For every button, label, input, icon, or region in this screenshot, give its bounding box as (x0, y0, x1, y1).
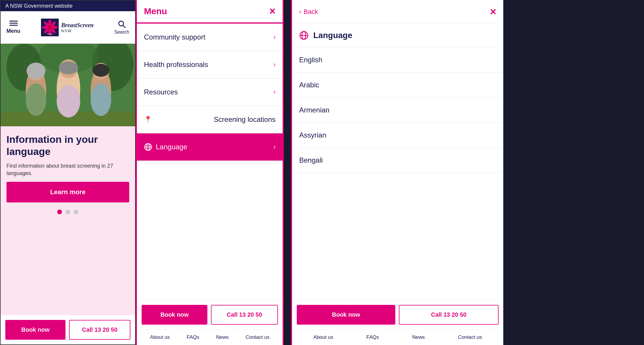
bottom-buttons-panel2: Book now Call 13 20 50 (137, 300, 283, 329)
call-button-panel3[interactable]: Call 13 20 50 (399, 305, 499, 325)
bottom-buttons-panel1: Book now Call 13 20 50 (1, 315, 135, 344)
faqs-link-p3[interactable]: FAQs (366, 334, 379, 340)
call-button-panel1[interactable]: Call 13 20 50 (69, 320, 130, 340)
search-icon (118, 20, 126, 28)
logo-area: NSW BreastScreen NSW (41, 19, 94, 36)
menu-close-button[interactable]: × (269, 6, 276, 17)
bottom-buttons-panel3: Book now Call 13 20 50 (292, 300, 503, 329)
svg-point-10 (47, 25, 52, 30)
about-us-link[interactable]: About us (150, 334, 170, 340)
back-header: ‹ Back × (292, 0, 503, 24)
news-link-p3[interactable]: News (412, 334, 425, 340)
gov-bar-text: A NSW Government website (5, 3, 73, 9)
english-label: English (299, 56, 322, 64)
hamburger-line-3 (9, 25, 18, 26)
menu-label: Menu (6, 28, 20, 34)
dark-background (503, 0, 644, 345)
hamburger-line-1 (9, 21, 18, 22)
menu-button[interactable]: Menu (4, 18, 23, 37)
language-item-assyrian[interactable]: Assyrian (292, 123, 503, 148)
menu-items-list: Community support › Health professionals… (137, 24, 283, 162)
community-support-label: Community support (144, 33, 205, 41)
hero-image (1, 44, 135, 126)
location-pin-icon: 📍 (144, 116, 152, 123)
search-button[interactable]: Search (111, 17, 132, 38)
hero-svg (1, 44, 135, 126)
svg-point-21 (27, 63, 45, 79)
call-button-panel2[interactable]: Call 13 20 50 (211, 305, 278, 325)
content-title: Information in your language (6, 133, 129, 158)
divider-2 (287, 0, 291, 345)
language-item-english[interactable]: English (292, 48, 503, 73)
app-header: Menu NSW (1, 11, 135, 44)
chevron-icon: › (273, 33, 276, 41)
menu-item-language[interactable]: Language › (137, 133, 283, 161)
carousel-dots (6, 210, 129, 214)
news-link[interactable]: News (216, 334, 229, 340)
language-item-bengali[interactable]: Bengali (292, 148, 503, 173)
hamburger-line-2 (9, 23, 18, 24)
language-panel-close-button[interactable]: × (490, 6, 496, 18)
language-panel: ‹ Back × Language English Arabic Armenia… (291, 0, 503, 345)
language-header: Language (292, 24, 503, 48)
language-label: Language (156, 143, 187, 151)
contact-us-link-p3[interactable]: Contact us (458, 334, 482, 340)
svg-point-24 (59, 61, 78, 74)
language-item-armenian[interactable]: Armenian (292, 98, 503, 123)
contact-us-link[interactable]: Contact us (245, 334, 269, 340)
language-list: English Arabic Armenian Assyrian Bengali (292, 48, 503, 174)
language-item-arabic[interactable]: Arabic (292, 73, 503, 98)
svg-point-29 (57, 85, 80, 117)
menu-item-community-support[interactable]: Community support › (137, 24, 283, 51)
chevron-icon: › (273, 61, 276, 68)
menu-title: Menu (144, 6, 167, 16)
nsw-logo: NSW (41, 19, 59, 36)
footer-links-panel2: About us FAQs News Contact us (137, 329, 283, 345)
search-label: Search (114, 30, 129, 35)
menu-panel: Menu × Community support › Health profes… (136, 0, 284, 345)
svg-point-28 (26, 84, 46, 116)
svg-point-27 (92, 64, 109, 77)
mobile-app-panel: A NSW Government website Menu (0, 0, 136, 345)
book-now-button-panel2[interactable]: Book now (142, 305, 207, 325)
bengali-label: Bengali (299, 156, 323, 164)
menu-header: Menu × (137, 0, 283, 24)
language-globe-icon (299, 31, 309, 40)
armenian-label: Armenian (299, 106, 330, 114)
assyrian-label: Assyrian (299, 131, 326, 139)
resources-label: Resources (144, 88, 178, 96)
content-subtitle: Find information about breast screening … (6, 162, 129, 177)
breastscreen-wordmark: BreastScreen NSW (61, 22, 94, 33)
globe-icon (144, 143, 152, 151)
chevron-icon: › (273, 143, 276, 151)
menu-item-screening-locations[interactable]: 📍 Screening locations (137, 106, 283, 133)
book-now-button-panel3[interactable]: Book now (297, 305, 395, 325)
back-button[interactable]: ‹ Back (299, 8, 318, 16)
dot-2[interactable] (65, 210, 70, 214)
dot-1[interactable] (57, 210, 62, 214)
faqs-link[interactable]: FAQs (187, 334, 199, 340)
content-area: Information in your language Find inform… (1, 126, 135, 315)
chevron-icon: › (273, 88, 276, 96)
svg-point-30 (91, 84, 111, 116)
back-chevron-icon: ‹ (299, 8, 301, 16)
svg-line-13 (123, 25, 125, 28)
back-label: Back (304, 8, 318, 16)
gov-bar: A NSW Government website (1, 1, 135, 11)
menu-item-health-professionals[interactable]: Health professionals › (137, 51, 283, 79)
learn-more-button[interactable]: Learn more (6, 182, 129, 202)
divider-1 (284, 0, 287, 345)
screening-locations-label: Screening locations (214, 115, 276, 124)
health-professionals-label: Health professionals (144, 61, 208, 69)
menu-item-resources[interactable]: Resources › (137, 79, 283, 106)
about-us-link-p3[interactable]: About us (313, 334, 333, 340)
book-now-button-panel1[interactable]: Book now (5, 320, 65, 340)
footer-links-panel3: About us FAQs News Contact us (292, 329, 503, 345)
arabic-label: Arabic (299, 81, 319, 89)
language-section-title: Language (313, 31, 352, 40)
svg-text:NSW: NSW (47, 33, 53, 35)
dot-3[interactable] (74, 210, 78, 214)
